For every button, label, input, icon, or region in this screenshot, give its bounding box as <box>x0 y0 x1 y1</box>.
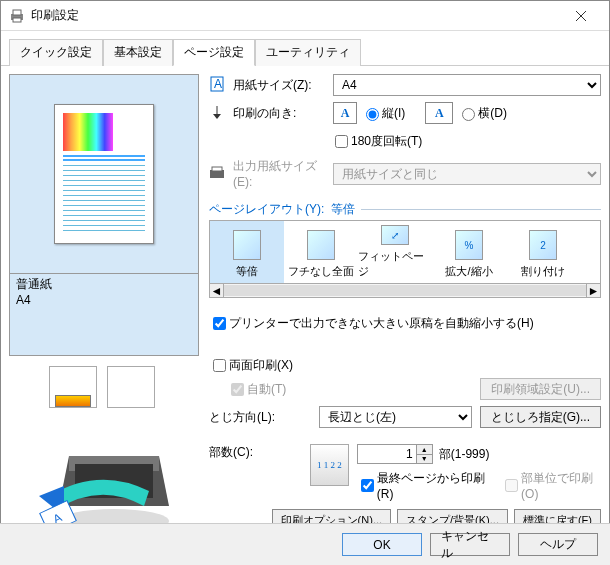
layout-scrollbar[interactable]: ◄ ► <box>209 284 601 298</box>
tray-option-2[interactable] <box>107 366 155 408</box>
layout-scale[interactable]: %拡大/縮小 <box>432 221 506 283</box>
paper-type-label: 普通紙 <box>16 276 192 293</box>
copies-range: 部(1-999) <box>439 446 490 463</box>
collate-checkbox: 部単位で印刷(O) <box>501 470 601 501</box>
binding-select[interactable]: 長辺とじ(左) <box>319 406 472 428</box>
rotate-180-checkbox[interactable]: 180度回転(T) <box>331 132 422 151</box>
tab-basic[interactable]: 基本設定 <box>103 39 173 66</box>
duplex-auto-checkbox: 自動(T) <box>227 380 286 399</box>
output-size-label: 出力用紙サイズ(E): <box>233 158 333 189</box>
tray-option-1[interactable] <box>49 366 97 408</box>
orientation-icon <box>209 104 227 122</box>
paper-size-label: A4 <box>16 293 192 307</box>
page-size-label: 用紙サイズ(Z): <box>233 77 333 94</box>
portrait-icon: A <box>333 102 357 124</box>
page-preview <box>9 74 199 274</box>
landscape-icon: A <box>425 102 453 124</box>
layout-strip: 等倍 フチなし全面 ⤢フィットページ %拡大/縮小 2割り付け <box>209 220 601 284</box>
svg-marker-13 <box>213 114 221 119</box>
scroll-right-icon[interactable]: ► <box>586 284 600 297</box>
duplex-checkbox[interactable]: 両面印刷(X) <box>209 356 293 375</box>
help-button[interactable]: ヘルプ <box>518 533 598 556</box>
layout-borderless[interactable]: フチなし全面 <box>284 221 358 283</box>
preview-info: 普通紙 A4 <box>9 274 199 356</box>
layout-nup[interactable]: 2割り付け <box>506 221 580 283</box>
orientation-portrait[interactable]: 縦(I) <box>361 105 405 122</box>
output-size-icon <box>209 165 227 183</box>
svg-rect-1 <box>13 10 21 15</box>
output-size-select: 用紙サイズと同じ <box>333 163 601 185</box>
page-size-icon: A <box>209 76 227 94</box>
binding-margin-button[interactable]: とじしろ指定(G)... <box>480 406 601 428</box>
binding-label: とじ方向(L): <box>209 409 319 426</box>
last-page-first-checkbox[interactable]: 最終ページから印刷(R) <box>357 470 489 501</box>
printer-app-icon <box>9 8 25 24</box>
tab-page-setup[interactable]: ページ設定 <box>173 39 255 66</box>
printer-illustration: A <box>9 426 199 536</box>
layout-fit[interactable]: ⤢フィットページ <box>358 221 432 283</box>
copies-input[interactable] <box>357 444 417 464</box>
svg-text:A: A <box>214 77 222 91</box>
svg-rect-2 <box>13 18 21 22</box>
window-title: 印刷設定 <box>31 7 561 24</box>
copies-stepper[interactable]: ▲▼ <box>417 444 433 464</box>
auto-shrink-checkbox[interactable]: プリンターで出力できない大きい原稿を自動縮小する(H) <box>209 314 534 333</box>
orientation-label: 印刷の向き: <box>233 105 333 122</box>
print-area-button: 印刷領域設定(U)... <box>480 378 601 400</box>
tab-quick[interactable]: クイック設定 <box>9 39 103 66</box>
copies-icon: 1 1 2 2 <box>310 444 349 486</box>
layout-normal[interactable]: 等倍 <box>210 221 284 283</box>
scroll-left-icon[interactable]: ◄ <box>210 284 224 297</box>
page-size-select[interactable]: A4 <box>333 74 601 96</box>
svg-rect-15 <box>212 167 222 171</box>
ok-button[interactable]: OK <box>342 533 422 556</box>
copies-label: 部数(C): <box>209 444 310 461</box>
orientation-landscape[interactable]: 横(D) <box>457 105 507 122</box>
layout-section-label: ページレイアウト(Y): 等倍 <box>209 201 601 218</box>
tab-utility[interactable]: ユーティリティ <box>255 39 361 66</box>
close-button[interactable] <box>561 2 601 30</box>
cancel-button[interactable]: キャンセル <box>430 533 510 556</box>
